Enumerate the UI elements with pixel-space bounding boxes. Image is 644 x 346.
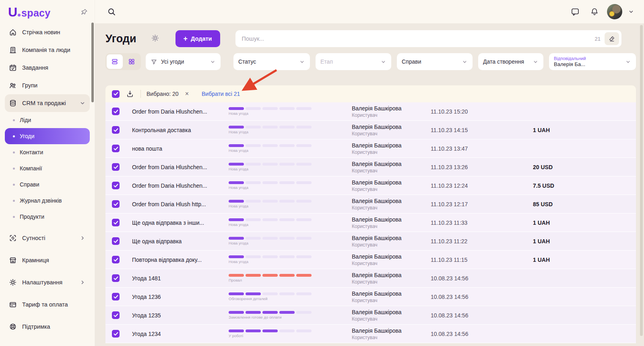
deal-row[interactable]: Order from Daria Hlushchen...Нова угодаВ… [105,158,636,176]
row-checkbox[interactable] [112,126,120,134]
owner-role: Користувач [352,298,431,303]
sidebar-item-support[interactable]: Підтримка [5,318,90,336]
sidebar-subitem-label: Угоди [20,133,86,139]
pin-icon[interactable] [80,8,88,16]
owner-cell: Валерія БашкіроваКористувач [352,327,431,340]
deal-row[interactable]: Повторна відправка доку...Нова угодаВале… [105,251,636,269]
deal-row[interactable]: Угода 1234У роботіВалерія БашкіроваКорис… [105,325,636,343]
stage-segment [229,218,244,221]
sidebar-item-label: Крамниця [22,257,86,263]
row-checkbox[interactable] [112,219,120,226]
sidebar-subitem-leads[interactable]: Ліди [5,112,90,128]
sidebar-item-settings[interactable]: Налаштування [5,273,90,291]
row-checkbox[interactable] [112,274,120,282]
deal-row[interactable]: Order from Daria Hlushchen...Нова угодаВ… [105,176,636,195]
sidebar-item-billing[interactable]: Тариф та оплата [5,296,90,313]
row-checkbox[interactable] [112,163,120,171]
add-deal-button[interactable]: + Додати [175,30,220,47]
sidebar-subitem-deals[interactable]: Угоди [5,128,90,144]
filter-date-created[interactable]: Дата створення [478,53,543,70]
deal-amount: 1 UAH [533,127,636,133]
stage-label: Нова угода [229,148,313,153]
row-checkbox[interactable] [112,108,120,115]
app-logo[interactable]: Uspacy [8,6,51,19]
deal-title: Угода 1234 [132,331,229,337]
row-checkbox[interactable] [112,200,120,208]
sidebar-subitem-calls[interactable]: Журнал дзвінків [5,193,90,209]
user-avatar[interactable] [607,4,622,19]
sidebar-item-feed[interactable]: Стрічка новин [5,23,90,41]
add-button-label: Додати [191,35,212,42]
stage-segment [229,163,244,166]
select-all-link[interactable]: Вибрати всі 21 [202,91,240,97]
global-search-button[interactable] [105,5,118,19]
row-checkbox[interactable] [112,311,120,319]
deal-row[interactable]: нова поштаНова угодаВалерія БашкіроваКор… [105,139,636,158]
clear-search-eraser-icon[interactable] [605,32,619,45]
sidebar-subitem-companies[interactable]: Компанії [5,160,90,176]
logo-dot-icon [18,14,21,17]
stage-segment [229,237,244,240]
main-scrollbar[interactable] [640,25,643,336]
stage-segment [262,144,278,147]
filter-status[interactable]: Статус [233,53,310,70]
filter-responsible[interactable]: Відповідальний Валерія Ба... [549,53,636,70]
messages-icon[interactable] [568,5,582,19]
sidebar-item-crm[interactable]: CRM та продажі [5,94,90,112]
sidebar-item-groups[interactable]: Групи [5,77,90,94]
stage-segment [262,163,278,166]
deal-row[interactable]: Ще одна відправкаНова угодаВалерія Башкі… [105,232,636,251]
deal-row[interactable]: Order from Daria Hlushchen...Нова угодаВ… [105,102,636,121]
row-checkbox[interactable] [112,293,120,300]
stage-segment [262,237,278,240]
notifications-bell-icon[interactable] [588,5,601,19]
deal-row[interactable]: Угода 1235Замовлення готове до оплатиВал… [105,306,636,325]
sidebar-item-label: Стрічка новин [22,29,86,35]
settings-icon [9,278,17,286]
export-icon[interactable] [125,89,135,99]
sidebar-scrollbar[interactable] [91,23,94,102]
grid-view-button[interactable] [124,54,140,69]
sidebar-item-company[interactable]: Компанія та люди [5,41,90,59]
stage-progress: У роботі [229,329,331,338]
settings-gear-icon[interactable] [151,34,159,44]
row-checkbox[interactable] [112,182,120,189]
stage-segment [229,255,244,258]
deal-row[interactable]: Order from Daria Hlush http...Нова угода… [105,195,636,213]
sidebar-subitem-products[interactable]: Продукти [5,209,90,225]
sidebar-nav: Стрічка новинКомпанія та людиЗавданняГру… [0,23,95,336]
sidebar-item-label: Тариф та оплата [22,301,86,308]
deal-row[interactable]: Ще одна відправка з інши...Нова угодаВал… [105,213,636,232]
filter-activities[interactable]: Справи [397,53,473,70]
row-checkbox[interactable] [112,330,120,338]
deal-row[interactable]: Угода 1481ПровалВалерія БашкіроваКористу… [105,269,636,288]
row-checkbox[interactable] [112,256,120,263]
deal-date: 10.08.23 14:56 [431,312,533,319]
sidebar-item-label: Налаштування [22,279,74,286]
row-checkbox[interactable] [112,145,120,152]
stage-label: Замовлення готове до оплати [229,315,313,319]
list-view-button[interactable] [107,54,123,69]
search-input[interactable] [242,35,591,42]
stage-label: Нова угода [229,111,313,116]
deals-view-select[interactable]: Усі угоди [146,53,221,70]
filter-stage[interactable]: Етап [316,53,391,70]
sidebar-subitem-contacts[interactable]: Контакти [5,144,90,160]
page-title: Угоди [105,33,136,45]
user-menu-chevron-icon[interactable] [628,8,634,15]
select-all-checkbox[interactable] [112,90,120,98]
stage-segment [246,107,261,110]
stage-segment [279,107,295,110]
sidebar-item-store[interactable]: Крамниця [5,251,90,269]
deal-date: 11.10.23 11:33 [431,220,533,226]
sidebar-item-entities[interactable]: Сутності [5,229,90,247]
sidebar-item-tasks[interactable]: Завдання [5,59,90,77]
stage-segment [246,311,261,314]
clear-selection-icon[interactable]: × [184,91,190,97]
row-checkbox[interactable] [112,237,120,245]
deal-row[interactable]: Контрольная доставкаНова угодаВалерія Ба… [105,121,636,139]
deal-row[interactable]: Угода 1236Обговорення деталейВалерія Баш… [105,288,636,306]
filter-activities-label: Справи [402,58,458,65]
deal-title: Order from Daria Hlushchen... [132,182,229,189]
sidebar-subitem-activities[interactable]: Справи [5,176,90,193]
